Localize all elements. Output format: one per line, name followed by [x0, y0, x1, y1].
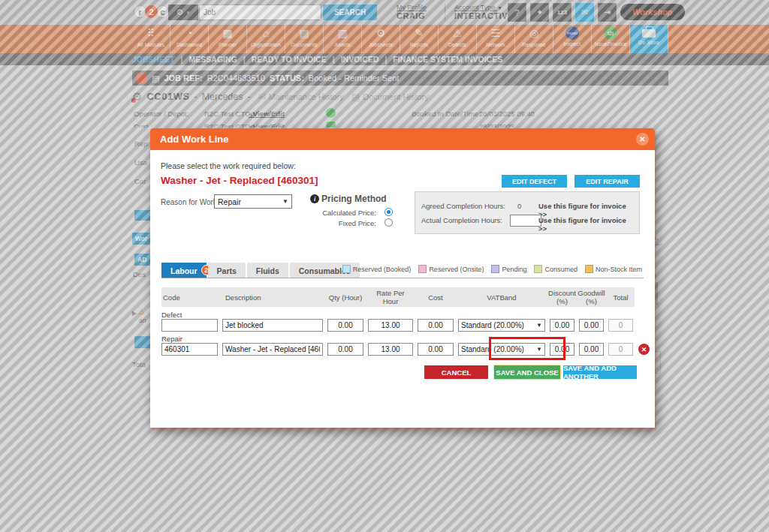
module-assets[interactable]: ▥ Assets — [324, 25, 362, 53]
view-edit-link[interactable]: - View/Edit — [249, 110, 285, 118]
save-and-add-another-button[interactable]: SAVE AND ADD ANOTHER — [563, 365, 637, 379]
nav-invoiced[interactable]: INVOICED — [341, 53, 379, 65]
chevron-down-icon: ▼ — [185, 11, 190, 15]
defect-goodwill-input[interactable] — [579, 319, 604, 332]
play-icon: ▶ — [132, 310, 137, 317]
add-work-line-modal: Add Work Line ✕ Please select the work r… — [150, 128, 655, 428]
fragment-button[interactable] — [134, 210, 150, 221]
building-icon: ⌂ — [247, 25, 285, 41]
help-icon[interactable]: ? — [508, 3, 526, 22]
module-jobsheets[interactable]: ⚙ Jobsheets — [362, 25, 400, 53]
fragment-button[interactable]: Wor — [132, 233, 152, 245]
legend-swatch-reserved-booked — [342, 265, 351, 273]
defect-rate-input[interactable] — [368, 319, 413, 332]
chevron-down-icon: ▼ — [536, 322, 542, 329]
fragment-button[interactable] — [134, 336, 150, 348]
repair-goodwill-input[interactable] — [579, 343, 604, 356]
edit-repair-button[interactable]: EDIT REPAIR — [574, 175, 640, 188]
operator-row: Operator / Depot: R2C Test CTOp - View/E… — [132, 110, 668, 120]
module-defects[interactable]: ⚠ Defects — [439, 25, 477, 53]
section-navbar: JOBSHEET | MESSAGING | READY TO INVOICE … — [0, 53, 769, 65]
my-profile-link[interactable]: My Profile — [397, 4, 427, 11]
repair-cost-input[interactable] — [418, 343, 454, 356]
module-i2o-store[interactable]: i2o Store — [630, 25, 668, 53]
fixed-price-radio[interactable] — [384, 218, 393, 227]
defect-description-input[interactable] — [222, 319, 323, 332]
repair-description-input[interactable] — [222, 343, 323, 356]
calculated-price-radio[interactable] — [384, 208, 393, 216]
defect-cost-input[interactable] — [418, 319, 454, 332]
green-status-icon — [326, 122, 336, 128]
nav-ready-to-invoice[interactable]: READY TO INVOICE — [252, 53, 327, 65]
repair-rate-input[interactable] — [368, 343, 413, 356]
defect-qty-input[interactable] — [327, 319, 363, 332]
status-value: Booked - Reminder Sent — [309, 74, 399, 83]
cancel-button[interactable]: CANCEL — [424, 365, 488, 379]
chevron-down-icon: ▼ — [497, 5, 502, 11]
actual-hours-input[interactable] — [510, 215, 541, 227]
module-documents[interactable]: ▤ Documents — [285, 25, 324, 53]
defect-code-input[interactable] — [161, 319, 218, 332]
search-button[interactable]: SEARCH — [323, 5, 377, 20]
close-icon[interactable]: ✕ — [636, 133, 649, 146]
defect-vatband-select[interactable]: Standard (20.00%) ▼ — [458, 319, 545, 332]
modal-body: Please select the work required below: W… — [150, 150, 655, 428]
wrench-icon: ⚙ — [176, 8, 184, 17]
modal-instruction: Please select the work required below: — [161, 161, 296, 170]
fragment-button[interactable]: AD — [134, 254, 150, 266]
repair-vatband-select[interactable]: Standard (20.00%) ▼ — [458, 343, 545, 356]
repair-section-label: Repair — [161, 335, 182, 343]
module-network[interactable]: ☰ Network — [477, 25, 515, 53]
module-organisation[interactable]: ⌂ Organisation — [247, 25, 285, 53]
document-history-link[interactable]: ▤ Document History — [351, 92, 429, 102]
envelope-icon: ✉ — [258, 92, 266, 102]
module-reports[interactable]: ✎ Reports — [400, 25, 439, 53]
chevron-down-icon: ▼ — [536, 346, 542, 353]
reason-for-work-select[interactable]: Repair ▼ — [214, 194, 292, 209]
work-title: Washer - Jet - Replaced [460301] — [161, 175, 318, 186]
module-dashboard[interactable]: ◔ Dashboard — [170, 25, 209, 53]
repair-discount-input[interactable] — [550, 343, 574, 356]
module-planner[interactable]: ▦ Planner — [209, 25, 247, 53]
repair-qty-input[interactable] — [327, 343, 363, 356]
mail-icon[interactable]: ✉ — [575, 3, 594, 22]
repair-code-input[interactable] — [161, 343, 218, 356]
vehicle-make: Mercedes — [202, 92, 243, 102]
module-inspect[interactable]: Inspect Inspect — [553, 25, 592, 53]
fragment-label: Des — [133, 270, 146, 278]
delete-repair-line-icon[interactable]: ✕ — [638, 344, 650, 355]
use-figure-link[interactable]: Use this figure for invoice >> — [538, 216, 636, 233]
fixed-price-label: Fixed Price: — [339, 219, 376, 227]
clipped-row: Cust R2C Test CTOp - View/Edit 28/03/202… — [132, 122, 668, 128]
logout-icon[interactable]: ⇥ — [598, 3, 617, 22]
nav-finance-system-invoices[interactable]: FINANCE SYSTEM INVOICES — [393, 53, 502, 65]
address-book-icon: ☰ — [477, 25, 514, 41]
calculated-price-label: Calculated Price: — [322, 209, 376, 217]
operator-depot-label: Operator / Depot: — [134, 110, 188, 118]
maintenance-history-link[interactable]: ✉ Maintenance History — [258, 92, 344, 102]
numbers-icon[interactable]: 123 — [553, 3, 571, 22]
tab-parts[interactable]: Parts — [208, 263, 246, 278]
info-icon: i — [310, 194, 319, 203]
top-bar: r 2 c ⚙ ▼ SEARCH My Profile CRAIG Accoun… — [0, 0, 769, 25]
defect-discount-input[interactable] — [550, 319, 574, 332]
my-profile-block[interactable]: My Profile CRAIG — [397, 4, 436, 20]
search-input[interactable] — [199, 5, 321, 20]
save-and-close-button[interactable]: SAVE AND CLOSE — [494, 365, 560, 379]
tab-labour[interactable]: Labour 2 — [161, 263, 207, 278]
edit-defect-button[interactable]: EDIT DEFECT — [502, 175, 567, 188]
vehicle-header: ⚙ CC01WS - Mercedes - ✉ Maintenance Hist… — [132, 91, 429, 102]
fragment-label: Usa — [134, 158, 147, 167]
job-ref-bar: ▤ JOB REF: R2C044633510 STATUS: Booked -… — [132, 71, 668, 86]
search-category-dropdown[interactable]: ⚙ ▼ — [168, 5, 198, 20]
training-icon[interactable]: ✦ — [530, 3, 549, 22]
nav-messaging[interactable]: MESSAGING — [189, 53, 237, 65]
operator-depot-value: R2C Test CTOp — [204, 110, 255, 118]
module-issue2invoice[interactable]: i2i Issue2Invoice — [592, 25, 630, 53]
tools-icon: ⚙ — [362, 25, 400, 41]
nav-jobsheet[interactable]: JOBSHEET — [132, 53, 175, 65]
grid-icon: ⠿ — [132, 25, 170, 41]
module-all-modules[interactable]: ⠿ All Modules — [132, 25, 170, 53]
tab-fluids[interactable]: Fluids — [247, 263, 288, 278]
module-response[interactable]: ◎ Response — [515, 25, 553, 53]
